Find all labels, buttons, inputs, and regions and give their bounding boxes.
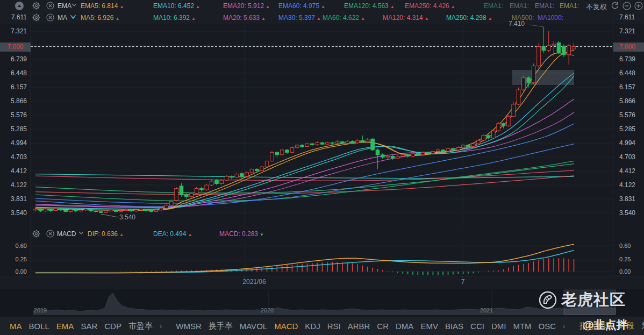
candle-body	[185, 195, 189, 197]
toolbar-item-WMSR[interactable]: WMSR	[176, 322, 202, 331]
toolbar-item-BIAS[interactable]: BIAS	[445, 322, 463, 331]
candle-body	[497, 124, 500, 131]
indicator-value-chip: EMA1:	[484, 2, 503, 10]
trend-up-icon: ▲	[361, 16, 365, 21]
candle-body	[381, 155, 385, 157]
toolbar-item-CDP[interactable]: CDP	[104, 322, 121, 331]
ma-line-EMA10	[35, 73, 574, 209]
toolbar-item-MTM[interactable]: MTM	[513, 322, 531, 331]
candle-body	[320, 142, 324, 144]
indicator-value-chip: MA10: 6.392▲	[153, 14, 196, 22]
candle-body	[562, 47, 566, 55]
price-axis-label: 4.122	[0, 182, 27, 188]
zoom-in-icon[interactable]	[634, 2, 643, 10]
indicator-value-chip: MA250: 4.298▲	[446, 14, 492, 22]
toolbar-item-换手率[interactable]: 换手率	[209, 321, 233, 331]
macd-dif-line	[35, 244, 574, 273]
high-annotation-pointer	[529, 25, 543, 27]
toolbar-more-chevron-icon[interactable]: ›	[160, 322, 162, 330]
ma-close-icon[interactable]	[46, 13, 55, 22]
candle-body	[532, 66, 535, 82]
candle-body	[210, 181, 213, 185]
toolbar-item-市盈率[interactable]: 市盈率	[128, 321, 153, 331]
macd-dea-line	[35, 250, 574, 273]
adjustment-mode-button[interactable]: 不复权	[586, 2, 607, 12]
ema-close-icon[interactable]	[46, 2, 55, 10]
macd-close-icon[interactable]	[46, 230, 55, 238]
indicator-value-chip: MA60: 4.622▲	[323, 14, 365, 22]
toolbar-item-DMI[interactable]: DMI	[491, 322, 506, 331]
indicator-value-chip: MACD: 0.283▼	[219, 230, 264, 238]
indicator-value-chip: EMA120: 4.563▲	[344, 2, 395, 10]
candle-body	[326, 142, 330, 144]
ema-chevron-down-icon[interactable]	[71, 3, 80, 12]
candle-body	[507, 116, 511, 126]
toolbar-item-MA[interactable]: MA	[10, 322, 22, 331]
macd-chevron-down-icon[interactable]	[78, 231, 87, 240]
toolbar-item-EMA[interactable]: EMA	[56, 322, 74, 331]
candle-body	[295, 145, 299, 147]
ma-settings-gear-icon[interactable]	[32, 13, 41, 22]
toolbar-item-MAVOL[interactable]: MAVOL	[240, 322, 267, 331]
candle-body	[542, 47, 546, 51]
candle-body	[437, 150, 440, 152]
macd-header-row: MACD DIF: 0.636▲DEA: 0.494▲MACD: 0.283▼	[0, 226, 644, 240]
candle-body	[391, 156, 395, 159]
candle-body	[446, 148, 450, 151]
toolbar-item-KDJ[interactable]: KDJ	[305, 322, 320, 331]
candle-body	[557, 42, 561, 52]
toolbar-item-DMA[interactable]: DMA	[396, 322, 413, 331]
collapse-panel-button[interactable]	[15, 2, 24, 10]
trend-up-icon: ▲	[425, 16, 429, 21]
ema-settings-gear-icon[interactable]	[32, 2, 41, 10]
toolbar-item-RSI[interactable]: RSI	[327, 322, 341, 331]
ma-visibility-icon[interactable]	[70, 15, 78, 23]
time-axis-label: 7	[461, 278, 465, 286]
toolbar-item-ARBR[interactable]: ARBR	[348, 322, 370, 331]
zoom-out-icon[interactable]	[622, 2, 631, 10]
navigator-area[interactable]	[33, 293, 616, 315]
ema-indicator-name[interactable]: EMA	[58, 2, 71, 10]
candle-body	[109, 210, 113, 211]
price-axis-label: 6.157	[0, 84, 27, 90]
toolbar-more-chevron-icon[interactable]: ›	[563, 322, 565, 330]
tiger-logo-icon	[539, 291, 557, 309]
indicator-value-chip: MA1000:	[538, 14, 563, 22]
toolbar-item-SAR[interactable]: SAR	[81, 322, 97, 331]
candle-body	[220, 180, 224, 183]
candle-body	[371, 139, 375, 150]
price-axis-label: 6.448	[0, 70, 27, 76]
toolbar-item-OSC[interactable]: OSC	[539, 322, 556, 331]
toolbar-item-筹码[interactable]: 筹码	[641, 321, 644, 331]
price-axis-label: 3.831	[0, 196, 27, 202]
price-axis-label: 5.576	[619, 112, 635, 118]
reset-zoom-icon[interactable]	[611, 2, 619, 10]
chart-canvas[interactable]	[0, 0, 644, 335]
candle-body	[39, 209, 42, 211]
toolbar-item-MACD[interactable]: MACD	[274, 322, 298, 331]
toolbar-item-CR[interactable]: CR	[377, 322, 389, 331]
indicator-value-chip: MA5: 6.926▲	[81, 14, 119, 22]
candle-body	[160, 208, 163, 210]
ma-indicator-name[interactable]: MA	[58, 14, 67, 22]
macd-axis-label: 0.00	[0, 269, 27, 275]
low-price-annotation: 3.540	[119, 213, 135, 221]
macd-indicator-name[interactable]: MACD	[57, 230, 76, 238]
indicator-value-chip: DIF: 0.636▲	[88, 230, 124, 238]
macd-axis-label: 0.25	[619, 256, 631, 262]
price-axis-label: 5.866	[0, 98, 27, 104]
candle-body	[215, 180, 219, 183]
price-axis-label: 7.611	[0, 14, 27, 20]
toolbar-item-EMV[interactable]: EMV	[420, 322, 438, 331]
candle-body	[169, 202, 173, 205]
candle-body	[421, 152, 425, 154]
candle-body	[235, 174, 239, 177]
toolbar-item-CCI[interactable]: CCI	[470, 322, 484, 331]
candle-body	[396, 156, 400, 159]
indicator-value-chip: EMA1:	[510, 2, 529, 10]
candle-body	[44, 209, 47, 211]
indicator-toolbar: MABOLLEMASARCDP市盈率›WMSR换手率MAVOLMACDKDJRS…	[0, 317, 644, 335]
toolbar-item-BOLL[interactable]: BOLL	[29, 322, 49, 331]
macd-settings-gear-icon[interactable]	[32, 230, 41, 238]
price-axis-label: 4.703	[619, 154, 635, 160]
